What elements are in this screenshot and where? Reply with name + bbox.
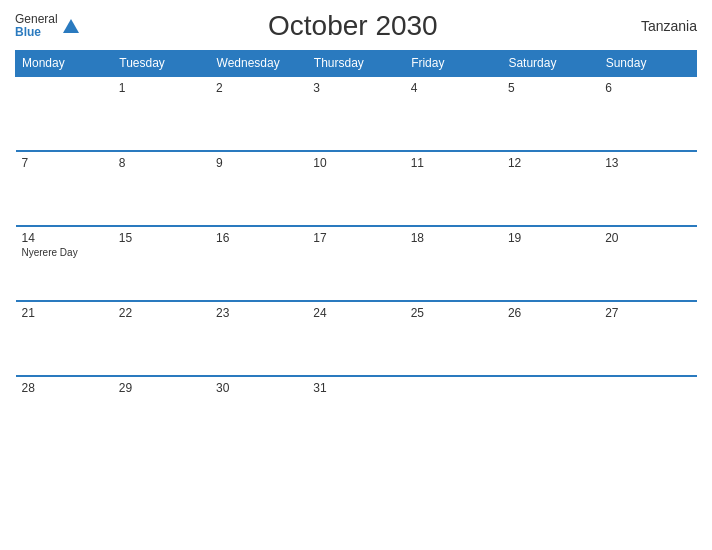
calendar-week-row: 21222324252627 [16, 301, 697, 376]
calendar-cell [599, 376, 696, 441]
calendar-cell: 13 [599, 151, 696, 226]
calendar-cell: 20 [599, 226, 696, 301]
calendar-cell: 30 [210, 376, 307, 441]
day-number: 19 [508, 231, 593, 245]
day-number: 18 [411, 231, 496, 245]
day-number: 24 [313, 306, 398, 320]
day-number: 15 [119, 231, 204, 245]
calendar-cell: 1 [113, 76, 210, 151]
calendar-cell: 21 [16, 301, 113, 376]
calendar-cell [405, 376, 502, 441]
calendar-cell: 10 [307, 151, 404, 226]
calendar-cell: 11 [405, 151, 502, 226]
calendar-cell: 15 [113, 226, 210, 301]
calendar-cell: 2 [210, 76, 307, 151]
day-number: 6 [605, 81, 690, 95]
event-label: Nyerere Day [22, 247, 107, 258]
calendar-cell: 7 [16, 151, 113, 226]
weekday-header-saturday: Saturday [502, 51, 599, 77]
day-number: 13 [605, 156, 690, 170]
day-number: 5 [508, 81, 593, 95]
logo-triangle-icon [63, 19, 79, 33]
day-number: 29 [119, 381, 204, 395]
calendar-cell: 4 [405, 76, 502, 151]
day-number: 11 [411, 156, 496, 170]
calendar-week-row: 28293031 [16, 376, 697, 441]
day-number: 1 [119, 81, 204, 95]
calendar-cell: 25 [405, 301, 502, 376]
day-number: 12 [508, 156, 593, 170]
logo: GeneralBlue [15, 13, 79, 39]
calendar-week-row: 123456 [16, 76, 697, 151]
day-number: 7 [22, 156, 107, 170]
calendar-header: GeneralBlue October 2030 Tanzania [15, 10, 697, 42]
day-number: 17 [313, 231, 398, 245]
day-number: 23 [216, 306, 301, 320]
day-number: 20 [605, 231, 690, 245]
weekday-header-sunday: Sunday [599, 51, 696, 77]
calendar-cell: 27 [599, 301, 696, 376]
weekday-header-wednesday: Wednesday [210, 51, 307, 77]
day-number: 16 [216, 231, 301, 245]
weekday-header-tuesday: Tuesday [113, 51, 210, 77]
day-number: 28 [22, 381, 107, 395]
weekday-header-monday: Monday [16, 51, 113, 77]
day-number: 3 [313, 81, 398, 95]
calendar-cell: 16 [210, 226, 307, 301]
day-number: 26 [508, 306, 593, 320]
calendar-cell [502, 376, 599, 441]
day-number: 8 [119, 156, 204, 170]
calendar-cell: 17 [307, 226, 404, 301]
day-number: 27 [605, 306, 690, 320]
day-number: 22 [119, 306, 204, 320]
calendar-cell: 24 [307, 301, 404, 376]
calendar-cell: 19 [502, 226, 599, 301]
calendar-cell: 18 [405, 226, 502, 301]
weekday-header-thursday: Thursday [307, 51, 404, 77]
calendar-week-row: 14Nyerere Day151617181920 [16, 226, 697, 301]
calendar-cell: 29 [113, 376, 210, 441]
weekday-header-row: MondayTuesdayWednesdayThursdayFridaySatu… [16, 51, 697, 77]
day-number: 31 [313, 381, 398, 395]
calendar-cell: 26 [502, 301, 599, 376]
calendar-page: GeneralBlue October 2030 Tanzania Monday… [0, 0, 712, 550]
day-number: 10 [313, 156, 398, 170]
calendar-cell: 23 [210, 301, 307, 376]
calendar-cell: 12 [502, 151, 599, 226]
calendar-table: MondayTuesdayWednesdayThursdayFridaySatu… [15, 50, 697, 441]
calendar-week-row: 78910111213 [16, 151, 697, 226]
day-number: 30 [216, 381, 301, 395]
country-label: Tanzania [627, 18, 697, 34]
calendar-cell: 3 [307, 76, 404, 151]
calendar-cell: 9 [210, 151, 307, 226]
month-title: October 2030 [79, 10, 627, 42]
day-number: 21 [22, 306, 107, 320]
day-number: 14 [22, 231, 107, 245]
calendar-cell: 31 [307, 376, 404, 441]
calendar-cell: 14Nyerere Day [16, 226, 113, 301]
calendar-cell [16, 76, 113, 151]
day-number: 25 [411, 306, 496, 320]
day-number: 9 [216, 156, 301, 170]
calendar-cell: 6 [599, 76, 696, 151]
calendar-cell: 28 [16, 376, 113, 441]
calendar-cell: 22 [113, 301, 210, 376]
logo-blue: Blue [15, 26, 58, 39]
day-number: 2 [216, 81, 301, 95]
calendar-cell: 8 [113, 151, 210, 226]
calendar-cell: 5 [502, 76, 599, 151]
day-number: 4 [411, 81, 496, 95]
weekday-header-friday: Friday [405, 51, 502, 77]
